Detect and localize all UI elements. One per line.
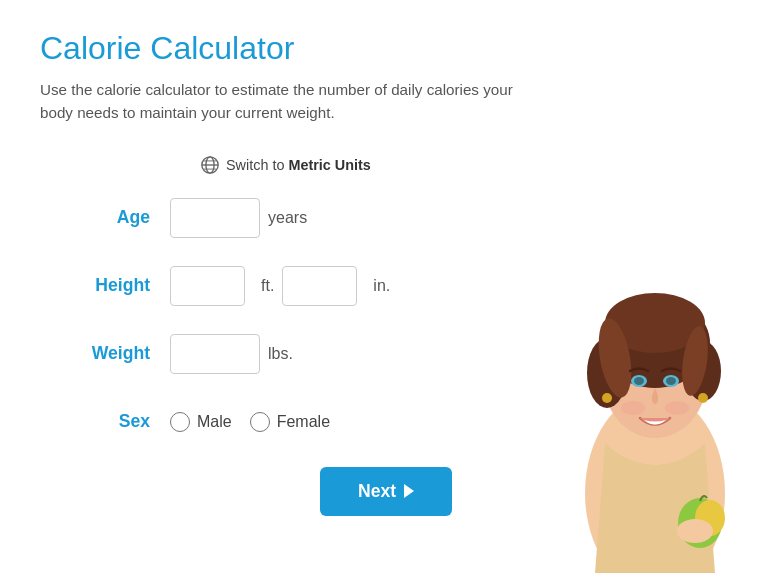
female-radio[interactable] bbox=[250, 412, 270, 432]
age-label: Age bbox=[40, 207, 170, 228]
female-option[interactable]: Female bbox=[250, 412, 330, 432]
next-arrow-icon bbox=[404, 484, 414, 498]
metric-toggle[interactable]: Switch to Metric Units bbox=[200, 155, 725, 175]
weight-input[interactable] bbox=[170, 334, 260, 374]
age-input[interactable] bbox=[170, 198, 260, 238]
height-in-input[interactable] bbox=[282, 266, 357, 306]
weight-unit-label: lbs. bbox=[268, 345, 293, 363]
female-label: Female bbox=[277, 413, 330, 431]
sex-row: Sex Male Female bbox=[40, 399, 725, 445]
sex-options: Male Female bbox=[170, 412, 330, 432]
page-title: Calorie Calculator bbox=[40, 30, 725, 67]
weight-label: Weight bbox=[40, 343, 170, 364]
male-label: Male bbox=[197, 413, 232, 431]
form-area: Switch to Metric Units Age years Height … bbox=[40, 155, 725, 516]
male-radio[interactable] bbox=[170, 412, 190, 432]
age-unit-label: years bbox=[268, 209, 307, 227]
height-row: Height ft. in. bbox=[40, 263, 725, 309]
next-button-label: Next bbox=[358, 481, 396, 502]
calculator-container: Calorie Calculator Use the calorie calcu… bbox=[0, 0, 765, 573]
page-description: Use the calorie calculator to estimate t… bbox=[40, 79, 520, 125]
height-label: Height bbox=[40, 275, 170, 296]
height-inputs: ft. in. bbox=[170, 266, 390, 306]
age-row: Age years bbox=[40, 195, 725, 241]
metric-units-label: Metric Units bbox=[288, 157, 370, 173]
next-button[interactable]: Next bbox=[320, 467, 452, 516]
weight-row: Weight lbs. bbox=[40, 331, 725, 377]
height-ft-input[interactable] bbox=[170, 266, 245, 306]
sex-label: Sex bbox=[40, 411, 170, 432]
height-in-unit: in. bbox=[373, 277, 390, 295]
metric-toggle-text: Switch to Metric Units bbox=[226, 157, 371, 173]
height-ft-unit: ft. bbox=[261, 277, 274, 295]
globe-icon bbox=[200, 155, 220, 175]
male-option[interactable]: Male bbox=[170, 412, 232, 432]
svg-point-22 bbox=[677, 519, 713, 543]
